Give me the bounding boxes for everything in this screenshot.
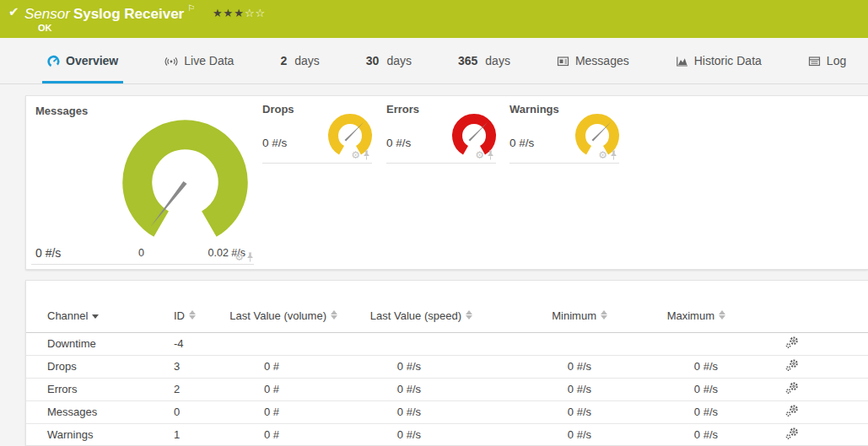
flag-icon[interactable]: ⚐ [187, 3, 195, 13]
minimum-cell: 0 #/s [473, 355, 608, 378]
table-header-row: Channel ID Last Value (volume) Last Valu… [26, 281, 868, 332]
last-value-speed-cell: 0 #/s [338, 400, 473, 423]
status-badge: OK [38, 23, 52, 33]
channel-settings-gears-icon[interactable] [785, 336, 799, 349]
gauge-icon [47, 55, 60, 67]
table-row-messages[interactable]: Messages 0 0 # 0 #/s 0 #/s 0 #/s [26, 400, 868, 423]
channel-name-cell: Messages [26, 400, 174, 423]
last-value-speed-cell [338, 332, 473, 355]
gauge-messages: Messages 0 0.02 #/s 0 #/s ⚙ [31, 103, 254, 265]
area-chart-icon [676, 55, 688, 67]
tab-label: Overview [66, 54, 118, 67]
tab-365-days[interactable]: 365 days [453, 38, 515, 83]
tab-label: days [386, 54, 412, 67]
maximum-cell [608, 332, 726, 355]
gauge-title: Drops [262, 103, 294, 116]
last-value-speed-cell: 0 #/s [338, 423, 473, 446]
last-value-volume-cell: 0 # [220, 400, 338, 423]
pin-icon[interactable] [246, 252, 254, 262]
column-header-minimum[interactable]: Minimum [473, 281, 608, 332]
gauge-settings-gear-icon[interactable]: ⚙ [475, 150, 484, 160]
gauge-settings-gear-icon[interactable]: ⚙ [235, 252, 244, 262]
tab-label: Log [827, 54, 846, 67]
channel-table: Channel ID Last Value (volume) Last Valu… [26, 281, 868, 446]
pin-icon[interactable] [487, 150, 494, 160]
channel-id-cell: -4 [174, 332, 220, 355]
gauge-current-value: 0 #/s [262, 137, 287, 149]
pin-icon[interactable] [363, 150, 370, 160]
gauge-settings-gear-icon[interactable]: ⚙ [598, 150, 607, 160]
gauge-settings-gear-icon[interactable]: ⚙ [351, 150, 360, 160]
channel-settings-gears-icon[interactable] [785, 405, 799, 417]
table-row-errors[interactable]: Errors 2 0 # 0 #/s 0 #/s 0 #/s [26, 378, 868, 400]
tab-messages[interactable]: Messages [552, 38, 634, 83]
tab-label: days [294, 54, 320, 67]
gauge-title: Warnings [509, 103, 559, 116]
channel-settings-gears-icon[interactable] [785, 427, 799, 440]
maximum-cell: 0 #/s [608, 378, 726, 400]
last-value-volume-cell: 0 # [220, 378, 338, 400]
column-header-last-value-speed[interactable]: Last Value (speed) [338, 281, 473, 332]
gauge-errors: Errors 0 #/s ⚙ [386, 103, 496, 164]
sensor-status-bar: ✔ SensorSyslog Receiver⚐ ★★★☆☆ OK [0, 0, 868, 38]
column-header-maximum[interactable]: Maximum [608, 281, 726, 332]
table-row-downtime[interactable]: Downtime -4 [26, 332, 868, 355]
sort-icon [331, 310, 338, 320]
tab-label: Historic Data [694, 54, 762, 67]
gauge-drops: Drops 0 #/s ⚙ [262, 103, 372, 164]
table-row-drops[interactable]: Drops 3 0 # 0 #/s 0 #/s 0 #/s [26, 355, 868, 378]
gauge-needle [592, 122, 612, 142]
channel-name-cell: Warnings [26, 423, 174, 446]
gauge-current-value: 0 #/s [386, 137, 411, 149]
tab-historic-data[interactable]: Historic Data [671, 38, 767, 83]
last-value-volume-cell: 0 # [220, 355, 338, 378]
channel-id-cell: 0 [174, 400, 220, 423]
channel-name-cell: Drops [26, 355, 174, 378]
minimum-cell: 0 #/s [473, 400, 608, 423]
channel-settings-gears-icon[interactable] [785, 359, 799, 372]
gauge-warnings: Warnings 0 #/s ⚙ [509, 103, 619, 164]
tab-log[interactable]: Log [803, 38, 851, 83]
star-empty-icons[interactable]: ☆☆ [245, 7, 266, 19]
sensor-name: Syslog Receiver [73, 6, 184, 22]
gauge-needle [345, 122, 364, 142]
pin-icon[interactable] [610, 150, 617, 160]
tab-day-count: 30 [366, 54, 380, 67]
gauges-panel: Messages 0 0.02 #/s 0 #/s ⚙ Drops 0 #/s … [25, 95, 868, 270]
sort-icon [466, 310, 473, 320]
tab-day-count: 2 [280, 54, 287, 67]
messages-gauge-dial [116, 120, 255, 242]
tab-label: days [485, 54, 510, 67]
channel-settings-gears-icon[interactable] [785, 382, 799, 395]
channel-id-cell: 2 [174, 378, 220, 400]
last-value-volume-cell [220, 332, 338, 355]
column-header-channel[interactable]: Channel [26, 281, 174, 332]
tab-30-days[interactable]: 30 days [361, 38, 417, 83]
table-row-warnings[interactable]: Warnings 1 0 # 0 #/s 0 #/s 0 #/s [26, 423, 868, 446]
tab-2-days[interactable]: 2 days [275, 38, 324, 83]
tab-overview[interactable]: Overview [42, 38, 123, 83]
channel-id-cell: 1 [174, 423, 220, 446]
gauge-scale-min: 0 [138, 247, 144, 259]
gauge-current-value: 0 #/s [35, 246, 61, 260]
priority-stars[interactable]: ★★★☆☆ [213, 7, 266, 19]
log-icon [808, 55, 821, 67]
column-header-last-value-volume[interactable]: Last Value (volume) [220, 281, 338, 332]
page-title: SensorSyslog Receiver⚐ ★★★☆☆ [24, 3, 266, 23]
tab-bar: Overview Live Data 2 days 30 days 365 da… [0, 38, 868, 84]
last-value-volume-cell: 0 # [220, 423, 338, 446]
tab-live-data[interactable]: Live Data [159, 38, 239, 83]
sort-icon [719, 310, 726, 320]
gauge-needle [469, 122, 488, 142]
last-value-speed-cell: 0 #/s [338, 355, 473, 378]
sort-desc-icon [92, 314, 99, 319]
messages-icon [557, 55, 569, 67]
last-value-speed-cell: 0 #/s [338, 378, 473, 400]
maximum-cell: 0 #/s [608, 400, 726, 423]
channel-name-cell: Downtime [26, 332, 174, 355]
minimum-cell [473, 332, 608, 355]
channel-table-panel: Channel ID Last Value (volume) Last Valu… [25, 280, 868, 446]
column-header-actions [726, 281, 868, 332]
star-filled-icons[interactable]: ★★★ [213, 7, 245, 19]
column-header-id[interactable]: ID [174, 281, 220, 332]
